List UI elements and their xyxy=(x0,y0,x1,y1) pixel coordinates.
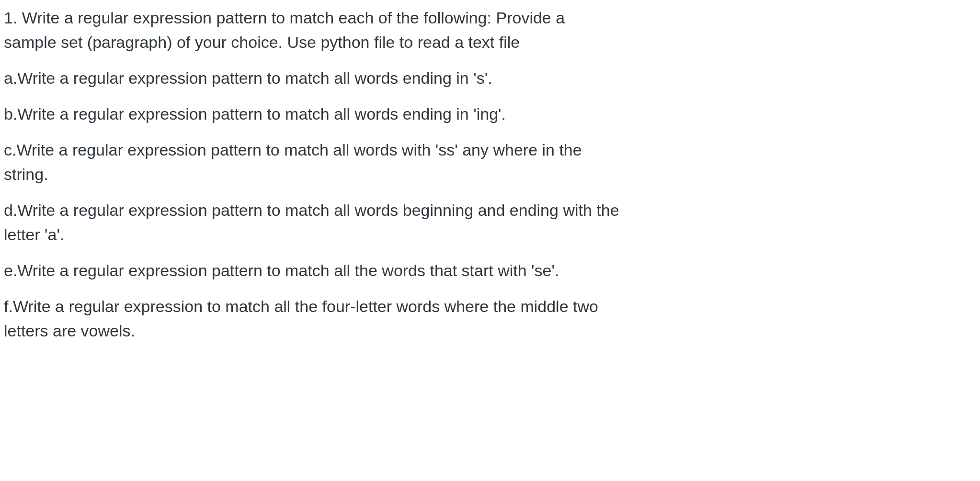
sub-item-f-line1: f.Write a regular expression to match al… xyxy=(4,294,761,319)
sub-item-c-line1: c.Write a regular expression pattern to … xyxy=(4,138,761,162)
sub-item-d-line2: letter 'a'. xyxy=(4,223,761,247)
sub-item-f: f.Write a regular expression to match al… xyxy=(4,294,761,343)
sub-item-b-text: b.Write a regular expression pattern to … xyxy=(4,102,761,126)
sub-item-e-text: e.Write a regular expression pattern to … xyxy=(4,258,761,283)
sub-item-d-line1: d.Write a regular expression pattern to … xyxy=(4,198,761,223)
question-intro: 1. Write a regular expression pattern to… xyxy=(4,6,761,55)
sub-item-c: c.Write a regular expression pattern to … xyxy=(4,138,761,187)
sub-item-e: e.Write a regular expression pattern to … xyxy=(4,258,761,283)
question-intro-line1: 1. Write a regular expression pattern to… xyxy=(4,6,761,30)
sub-item-d: d.Write a regular expression pattern to … xyxy=(4,198,761,247)
sub-item-c-line2: string. xyxy=(4,162,761,187)
sub-item-b: b.Write a regular expression pattern to … xyxy=(4,102,761,126)
sub-item-a: a.Write a regular expression pattern to … xyxy=(4,66,761,90)
question-intro-line2: sample set (paragraph) of your choice. U… xyxy=(4,30,761,55)
sub-item-a-text: a.Write a regular expression pattern to … xyxy=(4,66,761,90)
sub-item-f-line2: letters are vowels. xyxy=(4,319,761,343)
